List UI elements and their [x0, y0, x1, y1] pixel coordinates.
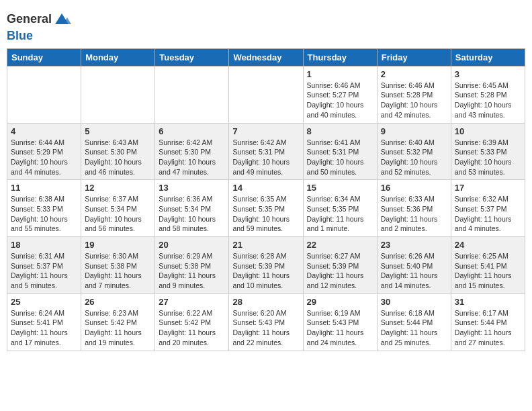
day-number: 21 [232, 240, 299, 250]
calendar-cell: 4Sunrise: 6:44 AM Sunset: 5:29 PM Daylig… [7, 123, 81, 180]
day-info: Sunrise: 6:19 AM Sunset: 5:43 PM Dayligh… [307, 308, 373, 348]
day-number: 1 [307, 69, 373, 79]
calendar-cell: 7Sunrise: 6:42 AM Sunset: 5:31 PM Daylig… [229, 123, 303, 180]
calendar-cell: 26Sunrise: 6:23 AM Sunset: 5:42 PM Dayli… [81, 293, 155, 351]
logo-icon [52, 9, 71, 28]
calendar-cell: 30Sunrise: 6:18 AM Sunset: 5:44 PM Dayli… [377, 293, 451, 351]
day-info: Sunrise: 6:42 AM Sunset: 5:30 PM Dayligh… [159, 138, 225, 177]
weekday-header: Wednesday [229, 48, 303, 66]
calendar-cell: 2Sunrise: 6:46 AM Sunset: 5:28 PM Daylig… [377, 66, 451, 123]
calendar-cell [155, 66, 229, 123]
calendar-cell: 11Sunrise: 6:38 AM Sunset: 5:33 PM Dayli… [7, 180, 81, 237]
weekday-header: Thursday [303, 48, 377, 66]
day-info: Sunrise: 6:29 AM Sunset: 5:38 PM Dayligh… [159, 251, 225, 291]
calendar-week-row: 4Sunrise: 6:44 AM Sunset: 5:29 PM Daylig… [7, 123, 525, 180]
day-info: Sunrise: 6:18 AM Sunset: 5:44 PM Dayligh… [381, 308, 447, 348]
calendar-table: SundayMondayTuesdayWednesdayThursdayFrid… [7, 48, 525, 351]
day-number: 28 [232, 297, 299, 307]
day-number: 22 [307, 240, 373, 250]
calendar-cell: 29Sunrise: 6:19 AM Sunset: 5:43 PM Dayli… [303, 293, 377, 351]
page-header: General Blue [7, 7, 525, 43]
day-number: 8 [307, 126, 373, 136]
day-info: Sunrise: 6:28 AM Sunset: 5:39 PM Dayligh… [232, 251, 299, 291]
day-info: Sunrise: 6:44 AM Sunset: 5:29 PM Dayligh… [11, 138, 77, 177]
day-info: Sunrise: 6:25 AM Sunset: 5:41 PM Dayligh… [455, 251, 521, 291]
weekday-header: Saturday [451, 48, 525, 66]
calendar-cell: 18Sunrise: 6:31 AM Sunset: 5:37 PM Dayli… [7, 237, 81, 294]
calendar-cell: 13Sunrise: 6:36 AM Sunset: 5:34 PM Dayli… [155, 180, 229, 237]
calendar-week-row: 11Sunrise: 6:38 AM Sunset: 5:33 PM Dayli… [7, 180, 525, 237]
calendar-cell: 23Sunrise: 6:26 AM Sunset: 5:40 PM Dayli… [377, 237, 451, 294]
day-number: 11 [11, 183, 77, 193]
calendar-cell [7, 66, 81, 123]
day-number: 19 [85, 240, 151, 250]
day-number: 29 [307, 297, 373, 307]
weekday-header: Sunday [7, 48, 81, 66]
day-number: 10 [455, 126, 521, 136]
day-number: 5 [85, 126, 151, 136]
calendar-header-row: SundayMondayTuesdayWednesdayThursdayFrid… [7, 48, 525, 66]
day-info: Sunrise: 6:43 AM Sunset: 5:30 PM Dayligh… [85, 138, 151, 177]
day-info: Sunrise: 6:17 AM Sunset: 5:44 PM Dayligh… [455, 308, 521, 348]
day-info: Sunrise: 6:46 AM Sunset: 5:28 PM Dayligh… [381, 81, 447, 120]
day-info: Sunrise: 6:33 AM Sunset: 5:36 PM Dayligh… [381, 194, 447, 234]
weekday-header: Friday [377, 48, 451, 66]
day-info: Sunrise: 6:24 AM Sunset: 5:41 PM Dayligh… [11, 308, 77, 348]
day-info: Sunrise: 6:35 AM Sunset: 5:35 PM Dayligh… [232, 194, 299, 234]
calendar-cell: 5Sunrise: 6:43 AM Sunset: 5:30 PM Daylig… [81, 123, 155, 180]
day-number: 26 [85, 297, 151, 307]
logo-text: General [7, 9, 71, 30]
day-number: 30 [381, 297, 447, 307]
calendar-cell: 17Sunrise: 6:32 AM Sunset: 5:37 PM Dayli… [451, 180, 525, 237]
day-number: 13 [159, 183, 225, 193]
day-info: Sunrise: 6:27 AM Sunset: 5:39 PM Dayligh… [307, 251, 373, 291]
calendar-cell: 20Sunrise: 6:29 AM Sunset: 5:38 PM Dayli… [155, 237, 229, 294]
day-info: Sunrise: 6:46 AM Sunset: 5:27 PM Dayligh… [307, 81, 373, 120]
logo: General Blue [7, 9, 71, 43]
day-info: Sunrise: 6:41 AM Sunset: 5:31 PM Dayligh… [307, 138, 373, 177]
day-number: 24 [455, 240, 521, 250]
day-info: Sunrise: 6:30 AM Sunset: 5:38 PM Dayligh… [85, 251, 151, 291]
calendar-cell: 21Sunrise: 6:28 AM Sunset: 5:39 PM Dayli… [229, 237, 303, 294]
day-info: Sunrise: 6:39 AM Sunset: 5:33 PM Dayligh… [455, 138, 521, 177]
day-number: 15 [307, 183, 373, 193]
calendar-cell: 24Sunrise: 6:25 AM Sunset: 5:41 PM Dayli… [451, 237, 525, 294]
day-number: 4 [11, 126, 77, 136]
calendar-cell: 10Sunrise: 6:39 AM Sunset: 5:33 PM Dayli… [451, 123, 525, 180]
logo-blue-text: Blue [7, 30, 71, 43]
day-info: Sunrise: 6:20 AM Sunset: 5:43 PM Dayligh… [232, 308, 299, 348]
calendar-cell [229, 66, 303, 123]
day-number: 27 [159, 297, 225, 307]
day-number: 20 [159, 240, 225, 250]
day-info: Sunrise: 6:38 AM Sunset: 5:33 PM Dayligh… [11, 194, 77, 234]
day-number: 14 [232, 183, 299, 193]
day-number: 7 [232, 126, 299, 136]
day-info: Sunrise: 6:40 AM Sunset: 5:32 PM Dayligh… [381, 138, 447, 177]
day-number: 16 [381, 183, 447, 193]
day-info: Sunrise: 6:37 AM Sunset: 5:34 PM Dayligh… [85, 194, 151, 234]
calendar-week-row: 25Sunrise: 6:24 AM Sunset: 5:41 PM Dayli… [7, 293, 525, 351]
calendar-week-row: 1Sunrise: 6:46 AM Sunset: 5:27 PM Daylig… [7, 66, 525, 123]
calendar-cell: 31Sunrise: 6:17 AM Sunset: 5:44 PM Dayli… [451, 293, 525, 351]
calendar-cell: 27Sunrise: 6:22 AM Sunset: 5:42 PM Dayli… [155, 293, 229, 351]
day-number: 9 [381, 126, 447, 136]
day-number: 2 [381, 69, 447, 79]
day-info: Sunrise: 6:32 AM Sunset: 5:37 PM Dayligh… [455, 194, 521, 234]
calendar-cell: 25Sunrise: 6:24 AM Sunset: 5:41 PM Dayli… [7, 293, 81, 351]
calendar-cell: 15Sunrise: 6:34 AM Sunset: 5:35 PM Dayli… [303, 180, 377, 237]
calendar-cell: 22Sunrise: 6:27 AM Sunset: 5:39 PM Dayli… [303, 237, 377, 294]
calendar-cell: 12Sunrise: 6:37 AM Sunset: 5:34 PM Dayli… [81, 180, 155, 237]
day-info: Sunrise: 6:26 AM Sunset: 5:40 PM Dayligh… [381, 251, 447, 291]
calendar-cell: 1Sunrise: 6:46 AM Sunset: 5:27 PM Daylig… [303, 66, 377, 123]
day-number: 18 [11, 240, 77, 250]
day-number: 3 [455, 69, 521, 79]
calendar-cell: 19Sunrise: 6:30 AM Sunset: 5:38 PM Dayli… [81, 237, 155, 294]
calendar-cell [81, 66, 155, 123]
day-info: Sunrise: 6:36 AM Sunset: 5:34 PM Dayligh… [159, 194, 225, 234]
day-number: 6 [159, 126, 225, 136]
day-number: 25 [11, 297, 77, 307]
day-number: 31 [455, 297, 521, 307]
day-info: Sunrise: 6:31 AM Sunset: 5:37 PM Dayligh… [11, 251, 77, 291]
calendar-cell: 16Sunrise: 6:33 AM Sunset: 5:36 PM Dayli… [377, 180, 451, 237]
day-info: Sunrise: 6:45 AM Sunset: 5:28 PM Dayligh… [455, 81, 521, 120]
